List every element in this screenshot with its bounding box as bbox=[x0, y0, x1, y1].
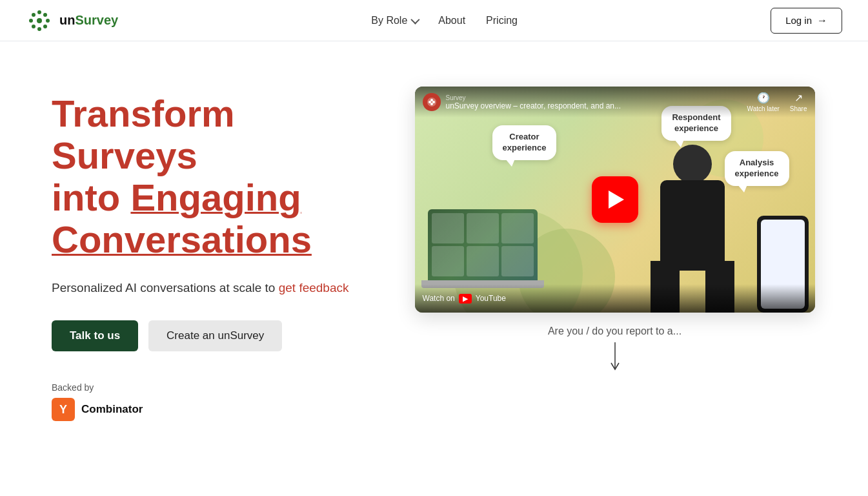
hero-content-left: Transform Surveys into Engaging Conversa… bbox=[52, 87, 374, 421]
screen-tile bbox=[501, 213, 534, 243]
hero-buttons: Talk to us Create an unSurvey bbox=[52, 320, 374, 351]
hero-subtext: Personalized AI conversations at scale t… bbox=[52, 279, 374, 298]
creator-bubble: Creatorexperience bbox=[492, 125, 557, 160]
video-thumbnail: Creatorexperience Respondentexperience A… bbox=[415, 87, 815, 313]
are-you-text: Are you / do you report to a... bbox=[413, 326, 816, 337]
nav-pricing[interactable]: Pricing bbox=[486, 15, 518, 26]
screen-tile bbox=[467, 246, 499, 276]
svg-point-6 bbox=[43, 13, 47, 17]
svg-point-2 bbox=[37, 27, 41, 31]
hero-content-right: Creatorexperience Respondentexperience A… bbox=[413, 87, 816, 375]
video-topbar-left: Survey unSurvey overview – creator, resp… bbox=[423, 93, 621, 111]
nav-about[interactable]: About bbox=[438, 15, 465, 26]
watch-on-youtube[interactable]: Watch on ▶ YouTube bbox=[423, 294, 506, 304]
yc-badge: Y Combinator bbox=[52, 398, 374, 421]
screen-tile bbox=[432, 213, 464, 243]
clock-icon: 🕐 bbox=[757, 92, 770, 104]
yc-text: Combinator bbox=[81, 403, 143, 416]
screen-tile bbox=[501, 246, 534, 276]
video-topbar-actions: 🕐 Watch later ↗ Share bbox=[747, 92, 807, 112]
share-action[interactable]: ↗ Share bbox=[790, 92, 807, 112]
svg-point-13 bbox=[429, 101, 431, 103]
watch-later-action[interactable]: 🕐 Watch later bbox=[747, 92, 780, 112]
nav-links: By Role About Pricing bbox=[371, 15, 518, 26]
svg-point-14 bbox=[432, 101, 435, 103]
arrow-down-icon bbox=[609, 342, 621, 375]
svg-point-4 bbox=[46, 19, 50, 23]
nav-by-role[interactable]: By Role bbox=[371, 15, 418, 26]
svg-point-8 bbox=[43, 25, 47, 28]
svg-point-1 bbox=[37, 10, 41, 14]
play-triangle-icon bbox=[609, 191, 624, 209]
chevron-down-icon bbox=[411, 15, 420, 24]
laptop-screen-content bbox=[428, 209, 538, 280]
video-bottombar: Watch on ▶ YouTube bbox=[415, 284, 815, 313]
login-button[interactable]: Log in → bbox=[771, 8, 842, 34]
backed-section: Backed by Y Combinator bbox=[52, 382, 374, 421]
channel-svg-icon bbox=[427, 97, 437, 107]
channel-icon bbox=[423, 93, 441, 111]
hero-section: Transform Surveys into Engaging Conversa… bbox=[0, 41, 868, 447]
create-unsurvey-button[interactable]: Create an unSurvey bbox=[148, 320, 282, 351]
laptop-screen bbox=[428, 209, 538, 280]
arrow-down-container bbox=[413, 342, 816, 375]
svg-point-11 bbox=[430, 99, 433, 101]
share-icon: ↗ bbox=[794, 92, 803, 104]
login-arrow-icon: → bbox=[817, 15, 827, 26]
svg-point-7 bbox=[32, 25, 35, 28]
svg-point-3 bbox=[29, 19, 33, 23]
svg-point-9 bbox=[37, 18, 42, 23]
video-topbar: Survey unSurvey overview – creator, resp… bbox=[415, 87, 815, 118]
logo-text: unSurvey bbox=[59, 13, 118, 28]
navbar: unSurvey By Role About Pricing Log in → bbox=[0, 0, 868, 41]
talk-to-us-button[interactable]: Talk to us bbox=[52, 320, 138, 351]
svg-point-12 bbox=[430, 103, 433, 105]
logo-area: unSurvey bbox=[26, 7, 118, 34]
hero-heading: Transform Surveys into Engaging Conversa… bbox=[52, 93, 374, 261]
logo-icon bbox=[26, 7, 53, 34]
screen-tile bbox=[467, 213, 499, 243]
svg-point-5 bbox=[32, 13, 35, 17]
video-title-block: Survey unSurvey overview – creator, resp… bbox=[446, 94, 621, 110]
yc-logo-icon: Y bbox=[52, 398, 75, 421]
backed-label: Backed by bbox=[52, 382, 374, 393]
youtube-logo: ▶ bbox=[459, 294, 472, 304]
bottom-cta-area: Are you / do you report to a... bbox=[413, 326, 816, 375]
play-button[interactable] bbox=[592, 176, 638, 223]
video-container[interactable]: Creatorexperience Respondentexperience A… bbox=[415, 87, 815, 313]
screen-tile bbox=[432, 246, 464, 276]
